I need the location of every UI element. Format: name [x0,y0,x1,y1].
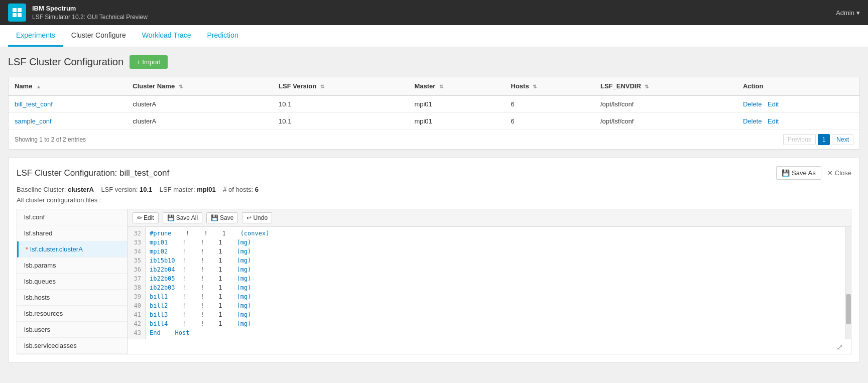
meta-row: Baseline Cluster: clusterA LSF version: … [17,186,851,193]
cell-cluster-name: clusterA [127,113,273,130]
tab-prediction[interactable]: Prediction [199,25,246,47]
baseline-label: Baseline Cluster: [17,186,66,193]
prev-page-button[interactable]: Previous [783,134,816,145]
row-name-link[interactable]: bill_test_conf [15,100,53,108]
sort-clustername-icon: ⇅ [179,84,183,89]
edit-link[interactable]: Edit [768,117,779,125]
files-label: All cluster configuration files : [17,196,851,204]
code-line: ib22b03 ! ! 1 (mg) [150,283,841,292]
page-1-button[interactable]: 1 [818,134,830,145]
edit-button[interactable]: ✏ Edit [133,212,159,223]
tab-workload-trace[interactable]: Workload Trace [134,25,199,47]
main-content: LSF Cluster Configuration + Import Name … [0,47,868,383]
delete-link[interactable]: Delete [743,117,762,125]
cell-name: sample_conf [9,113,127,130]
line-number: 33 [132,238,141,247]
line-number: 40 [132,301,141,310]
hosts-value: 6 [255,186,259,193]
cell-action: Delete Edit [737,95,859,113]
line-number: 42 [132,319,141,328]
close-button[interactable]: ✕ Close [827,169,851,177]
col-lsf-envdir[interactable]: LSF_ENVDIR ⇅ [594,77,737,95]
sort-envdir-icon: ⇅ [645,84,649,89]
code-line: mpi02 ! ! 1 (mg) [150,247,841,256]
cell-lsf-envdir: /opt/lsf/conf [594,113,737,130]
pagination-row: Showing 1 to 2 of 2 entries Previous 1 N… [9,130,859,149]
undo-icon: ↩ [246,214,252,221]
modified-indicator: * [26,245,28,253]
line-number: 36 [132,265,141,274]
col-name[interactable]: Name ▲ [9,77,127,95]
row-name-link[interactable]: sample_conf [15,117,52,125]
line-numbers: 323334353637383940414243 [128,227,146,339]
file-name: lsb.serviceclasses [24,342,77,349]
config-header: LSF Cluster Configuration: bill_test_con… [17,166,851,180]
pagination-controls: Previous 1 Next [783,134,853,145]
save-as-button[interactable]: 💾 Save As [776,166,821,180]
master-label: LSF master: [160,186,195,193]
col-cluster-name[interactable]: Cluster Name ⇅ [127,77,273,95]
next-page-button[interactable]: Next [832,134,853,145]
file-item-lsf-cluster-clustera[interactable]: * lsf.cluster.clusterA [17,241,127,258]
cell-lsf-version: 10.1 [273,113,408,130]
file-item-lsb-resources[interactable]: lsb.resources [17,306,127,322]
save-icon: 💾 [211,214,218,221]
tab-experiments[interactable]: Experiments [8,25,63,47]
cell-master: mpi01 [408,95,505,113]
undo-button[interactable]: ↩ Undo [242,212,272,223]
chevron-down-icon: ▾ [856,9,860,17]
import-button[interactable]: + Import [130,55,168,69]
page-header: LSF Cluster Configuration + Import [8,55,860,69]
edit-link[interactable]: Edit [768,100,779,108]
col-lsf-version[interactable]: LSF Version ⇅ [273,77,408,95]
svg-rect-3 [18,13,22,17]
top-nav: IBM Spectrum LSF Simulator 10.2: GUI Tec… [0,0,868,25]
code-line: ib22b05 ! ! 1 (mg) [150,274,841,283]
cluster-config-table-card: Name ▲ Cluster Name ⇅ LSF Version ⇅ Ma [8,77,860,150]
sort-lsfversion-icon: ⇅ [320,84,324,89]
file-name: lsb.queues [24,278,56,285]
admin-menu[interactable]: Admin ▾ [836,9,860,17]
config-actions: 💾 Save As ✕ Close [776,166,851,180]
close-x-icon: ✕ [827,169,833,177]
file-item-lsb-hosts[interactable]: lsb.hosts [17,290,127,306]
file-item-lsb-queues[interactable]: lsb.queues [17,274,127,290]
code-line: bill3 ! ! 1 (mg) [150,310,841,319]
line-number: 41 [132,310,141,319]
tab-cluster-configure[interactable]: Cluster Configure [63,25,134,47]
baseline-value: clusterA [68,186,94,193]
cell-hosts: 6 [505,113,594,130]
code-line: mpi01 ! ! 1 (mg) [150,238,841,247]
file-item-lsb-users[interactable]: lsb.users [17,322,127,338]
cell-master: mpi01 [408,113,505,130]
code-area: ✏ Edit 💾 Save All 💾 Save ↩ Undo [128,209,851,354]
code-content[interactable]: 323334353637383940414243 #prune ! ! 1 (c… [128,227,851,354]
col-hosts[interactable]: Hosts ⇅ [505,77,594,95]
table-row: bill_test_conf clusterA 10.1 mpi01 6 /op… [9,95,859,113]
save-all-button[interactable]: 💾 Save All [163,212,202,223]
page-title: LSF Cluster Configuration [8,56,123,68]
table-row: sample_conf clusterA 10.1 mpi01 6 /opt/l… [9,113,859,130]
svg-rect-0 [13,8,17,12]
file-name: lsb.users [24,326,50,333]
delete-link[interactable]: Delete [743,100,762,108]
save-all-icon: 💾 [167,214,175,221]
app-logo [8,4,26,22]
file-item-lsf-conf[interactable]: lsf.conf [17,209,127,225]
file-item-lsb-serviceclasses[interactable]: lsb.serviceclasses [17,338,127,354]
app-subtitle: LSF Simulator 10.2: GUI Technical Previe… [32,14,148,21]
file-list: lsf.conflsf.shared* lsf.cluster.clusterA… [17,209,128,354]
code-lines: 323334353637383940414243 #prune ! ! 1 (c… [128,227,851,339]
floppy-icon: 💾 [782,169,790,177]
code-line: #prune ! ! 1 (convex) [150,229,841,238]
scrollbar-thumb [846,294,851,324]
sort-name-icon: ▲ [36,84,41,89]
expand-icon[interactable]: ⤢ [836,342,843,352]
col-master[interactable]: Master ⇅ [408,77,505,95]
scrollbar[interactable] [845,227,851,339]
line-number: 32 [132,229,141,238]
cell-lsf-envdir: /opt/lsf/conf [594,95,737,113]
file-item-lsf-shared[interactable]: lsf.shared [17,225,127,241]
file-item-lsb-params[interactable]: lsb.params [17,258,127,274]
save-button[interactable]: 💾 Save [206,212,238,223]
